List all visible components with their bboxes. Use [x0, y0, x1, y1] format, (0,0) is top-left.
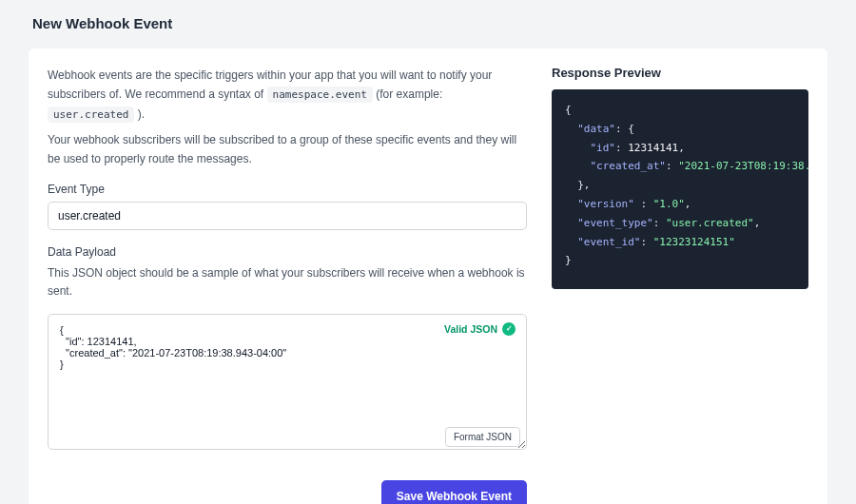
data-payload-label: Data Payload: [48, 245, 527, 259]
main-card: Webhook events are the specific triggers…: [29, 48, 827, 504]
response-preview-code[interactable]: { "data": { "id": 12314141, "created_at"…: [552, 89, 808, 289]
valid-json-label: Valid JSON: [444, 323, 497, 335]
data-payload-help: This JSON object should be a sample of w…: [48, 264, 527, 300]
response-preview-title: Response Preview: [552, 66, 808, 80]
valid-json-badge: Valid JSON ✓: [444, 322, 516, 336]
check-icon: ✓: [502, 322, 516, 336]
intro-text-2: Your webhook subscribers will be subscri…: [48, 130, 527, 169]
format-json-button[interactable]: Format JSON: [445, 427, 520, 447]
intro-text: Webhook events are the specific triggers…: [48, 66, 527, 125]
preview-column: Response Preview { "data": { "id": 12314…: [552, 66, 808, 504]
event-type-input[interactable]: [48, 202, 527, 230]
form-column: Webhook events are the specific triggers…: [48, 66, 527, 504]
save-webhook-event-button[interactable]: Save Webhook Event: [381, 480, 527, 504]
syntax-example-1: namespace.event: [267, 87, 373, 103]
syntax-example-2: user.created: [48, 107, 134, 123]
page-title: New Webhook Event: [0, 0, 856, 41]
event-type-label: Event Type: [48, 183, 527, 196]
